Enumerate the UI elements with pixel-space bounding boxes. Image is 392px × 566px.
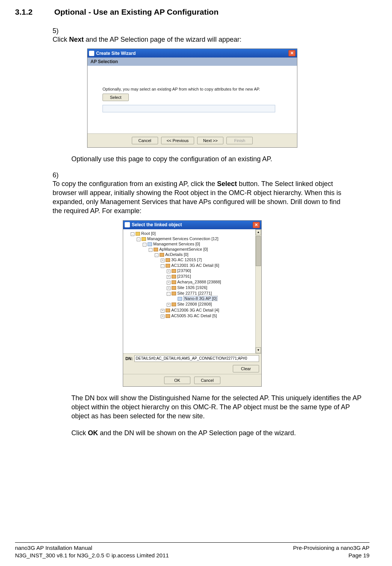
step-number: 5)	[53, 27, 71, 35]
previous-button[interactable]: << Previous	[161, 137, 194, 144]
footer-left: nano3G AP Installation Manual N3G_INST_3…	[15, 544, 169, 560]
tree-node[interactable]: Acharya_23888 [23888]	[177, 280, 221, 284]
tree-node-icon	[166, 264, 170, 268]
tree-node-icon	[142, 237, 146, 241]
paragraph: Click OK and the DN will be shown on the…	[71, 428, 368, 437]
tree-node-icon	[172, 292, 176, 295]
tree-node[interactable]: Site 22771 [22771]	[177, 291, 212, 295]
scroll-up-icon[interactable]: ▲	[256, 229, 261, 235]
scroll-thumb[interactable]	[256, 236, 261, 266]
footer-version: N3G_INST_300 v8.1 for N3G_2.0.5 © ip.acc…	[15, 552, 169, 559]
tree-node-icon	[166, 309, 170, 312]
tree-node-icon	[148, 242, 152, 246]
close-icon[interactable]: ✕	[288, 50, 296, 56]
figure-wizard: Create Site Wizard ✕ AP Selection Option…	[15, 48, 369, 148]
toggle-icon[interactable]: -	[161, 264, 164, 268]
tree-node[interactable]: 3G AC 12015 [7]	[171, 257, 202, 262]
tree-node-icon	[154, 248, 158, 251]
tree-node-icon	[166, 314, 170, 318]
clear-button[interactable]: Clear	[233, 365, 259, 372]
select-linked-object-window: Select the linked object ✕ -Root [0] -Ma…	[123, 220, 262, 387]
dn-row: DN: DETAILS#0;AC_DETAIL#6;AMS_AP_CONNECT…	[123, 353, 261, 363]
create-site-wizard-window: Create Site Wizard ✕ AP Selection Option…	[87, 48, 297, 148]
figure-tree: Select the linked object ✕ -Root [0] -Ma…	[15, 220, 369, 387]
section-number: 3.1.2	[15, 8, 53, 17]
footer-right: Pre-Provisioning a nano3G AP Page 19	[293, 544, 369, 560]
toggle-icon[interactable]: +	[167, 275, 170, 279]
tree-node-icon	[172, 269, 176, 273]
tree-node[interactable]: AC12006 3G AC Detail [4]	[171, 308, 219, 312]
step-number: 6)	[53, 171, 71, 179]
scrollbar[interactable]: ▲ ▼	[255, 229, 261, 353]
scroll-down-icon[interactable]: ▼	[256, 347, 261, 353]
toggle-icon[interactable]: -	[167, 292, 170, 296]
tree-node-selected[interactable]: Nano-8 3G AP [0]	[183, 296, 218, 301]
tree-node-icon	[178, 297, 182, 301]
tree-node-icon	[172, 286, 176, 290]
cancel-button[interactable]: Cancel	[132, 137, 158, 144]
text: and the AP Selection page of the wizard …	[84, 36, 241, 43]
toggle-icon[interactable]: -	[143, 243, 146, 247]
wizard-footer: Cancel << Previous Next >> Finish	[87, 133, 297, 147]
text: Click	[53, 36, 69, 43]
bold-select: Select	[217, 180, 237, 188]
toggle-icon[interactable]: +	[167, 281, 170, 285]
tree-node[interactable]: [23791]	[177, 274, 191, 278]
toggle-icon[interactable]: +	[161, 309, 164, 313]
toggle-icon[interactable]: +	[167, 286, 170, 290]
tree-node-icon	[136, 232, 140, 236]
page-footer: nano3G AP Installation Manual N3G_INST_3…	[15, 542, 369, 560]
tree-body: -Root [0] -Management Services Connectio…	[123, 229, 261, 353]
tree-node[interactable]: [23790]	[177, 268, 191, 273]
wizard-instruction: Optionally, you may select an existing A…	[103, 87, 260, 91]
tree-node-icon	[172, 280, 176, 284]
tree-node[interactable]: ApManagementService [0]	[159, 247, 208, 251]
window-icon	[89, 51, 94, 56]
toggle-icon[interactable]: -	[155, 253, 158, 257]
tree-node[interactable]: Site 22808 [22808]	[177, 302, 212, 306]
wizard-subheader: AP Selection	[87, 58, 297, 66]
paragraph: The DN box will show the Distinguished N…	[71, 393, 368, 421]
finish-button: Finish	[226, 137, 253, 144]
tree-node-icon	[160, 253, 164, 257]
footer-section: Pre-Provisioning a nano3G AP	[293, 544, 369, 552]
titlebar: Create Site Wizard ✕	[87, 49, 297, 58]
tree-node-icon	[172, 275, 176, 278]
window-title: Select the linked object	[132, 222, 182, 227]
dn-input[interactable]: DETAILS#0;AC_DETAIL#6;AMS_AP_CONNECTION#…	[134, 355, 259, 362]
dn-label: DN:	[125, 356, 133, 361]
tree-node[interactable]: Management Services Connection [12]	[147, 236, 219, 241]
step-text: Click Next and the AP Selection page of …	[53, 35, 349, 44]
close-icon[interactable]: ✕	[253, 222, 260, 228]
tree-node[interactable]: AC12001 3G AC Detail [6]	[171, 263, 219, 268]
tree-node[interactable]: AC5005 3G AC Detail [5]	[171, 313, 217, 318]
wizard-body: Optionally, you may select an existing A…	[87, 66, 297, 133]
object-tree[interactable]: -Root [0] -Management Services Connectio…	[123, 229, 261, 322]
tree-node[interactable]: Management Services [0]	[153, 242, 200, 246]
step-text: To copy the configuration from an existi…	[53, 179, 349, 216]
bold-ok: OK	[88, 429, 98, 437]
toggle-icon[interactable]: -	[149, 248, 152, 252]
ok-button[interactable]: OK	[164, 377, 190, 384]
toggle-icon[interactable]: -	[137, 238, 140, 241]
tree-node[interactable]: Site 1926 [1926]	[177, 285, 207, 290]
toggle-icon[interactable]: +	[161, 259, 164, 262]
titlebar: Select the linked object ✕	[123, 221, 261, 229]
next-button[interactable]: Next >>	[197, 137, 223, 144]
toggle-icon[interactable]: -	[131, 232, 134, 236]
dn-field[interactable]	[103, 105, 275, 112]
step-6: 6) To copy the configuration from an exi…	[53, 171, 369, 216]
toggle-icon[interactable]: +	[167, 269, 170, 273]
tree-node[interactable]: Root [0]	[141, 231, 156, 236]
toggle-icon[interactable]: +	[161, 315, 164, 318]
text: and the DN will be shown on the AP Selec…	[98, 429, 296, 437]
section-title: Optional - Use an Existing AP Configurat…	[54, 8, 219, 16]
text: Click	[71, 429, 88, 437]
select-button[interactable]: Select	[103, 94, 129, 101]
cancel-button[interactable]: Cancel	[194, 377, 220, 384]
tree-node[interactable]: AcDetails [0]	[165, 252, 188, 257]
toggle-icon[interactable]: +	[167, 303, 170, 307]
footer-title: nano3G AP Installation Manual	[15, 544, 169, 552]
tree-node-icon	[172, 303, 176, 306]
paragraph: Optionally use this page to copy the con…	[71, 154, 368, 163]
